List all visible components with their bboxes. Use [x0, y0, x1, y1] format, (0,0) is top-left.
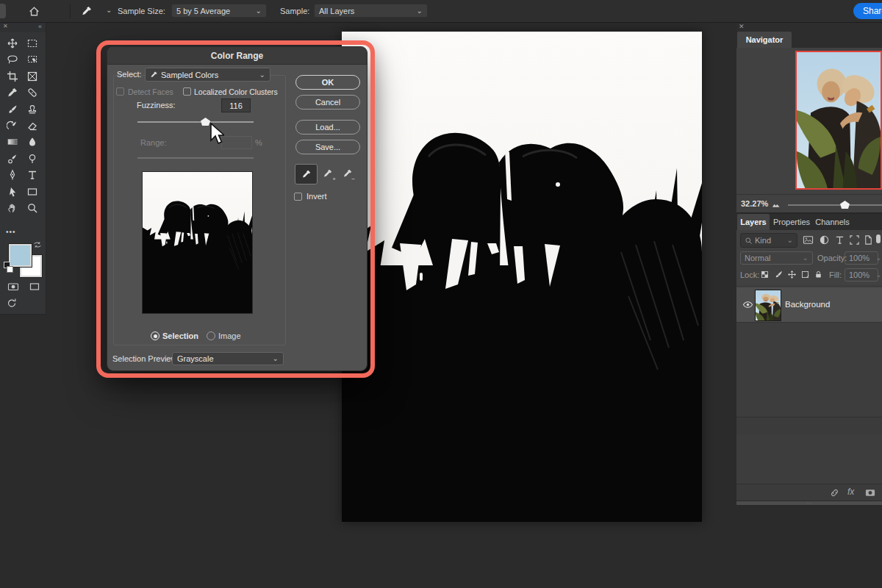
filter-image-icon[interactable]: [803, 234, 814, 245]
filter-toggle-pill[interactable]: [876, 234, 881, 243]
select-dropdown[interactable]: Sampled Colors ⌄: [145, 68, 270, 82]
eyedropper-tool-icon[interactable]: [81, 5, 93, 17]
link-layers-icon[interactable]: [829, 487, 840, 498]
layer-row-background[interactable]: Background: [736, 287, 882, 323]
layer-fx-icon[interactable]: fx: [847, 487, 854, 497]
dodge-tool[interactable]: [23, 151, 42, 167]
mixer-brush-tool[interactable]: [3, 151, 22, 167]
fuzziness-slider[interactable]: [137, 121, 254, 123]
add-sample-eyedropper-button[interactable]: +: [318, 164, 337, 183]
selection-radio-label[interactable]: Selection: [162, 331, 198, 340]
swap-colors-icon[interactable]: [32, 240, 43, 250]
eyedropper-tool[interactable]: [3, 85, 22, 101]
collapse-panel-icon[interactable]: «: [38, 23, 42, 30]
healing-brush-tool[interactable]: [23, 85, 42, 101]
ok-button[interactable]: OK: [295, 75, 360, 90]
fuzziness-label: Fuzziness:: [137, 101, 176, 110]
sample-select[interactable]: All Layers ⌄: [314, 4, 428, 18]
lock-position-icon[interactable]: [787, 270, 797, 279]
pen-tool[interactable]: [3, 167, 22, 183]
layer-thumbnail[interactable]: [755, 290, 781, 321]
layer-name[interactable]: Background: [785, 300, 830, 309]
invert-checkbox[interactable]: [294, 193, 302, 201]
color-range-dialog: Color Range Select: Sampled Colors ⌄ Det…: [107, 46, 368, 371]
default-colors-icon[interactable]: [4, 262, 13, 273]
rotate-view-icon[interactable]: [6, 297, 18, 309]
type-tool[interactable]: [23, 167, 42, 183]
screen-mode-icon[interactable]: [28, 281, 41, 293]
filter-shape-icon[interactable]: [849, 234, 860, 245]
filter-type-icon[interactable]: [834, 234, 845, 245]
close-panel-icon[interactable]: ✕: [739, 23, 745, 30]
add-mask-icon[interactable]: [864, 487, 876, 498]
home-icon[interactable]: [28, 5, 40, 18]
filter-adjustment-icon[interactable]: [819, 234, 830, 245]
share-button[interactable]: Share: [853, 3, 882, 19]
share-button-label: Share: [863, 6, 882, 16]
properties-tab-label: Properties: [773, 218, 810, 226]
navigator-thumbnail[interactable]: [795, 51, 882, 190]
sample-size-select[interactable]: 5 by 5 Average ⌄: [171, 4, 267, 18]
clone-stamp-tool[interactable]: [23, 101, 42, 118]
history-brush-tool[interactable]: [3, 118, 22, 134]
lock-artboard-icon[interactable]: [800, 270, 810, 279]
save-button[interactable]: Save...: [295, 140, 360, 154]
brush-tool[interactable]: [3, 101, 22, 118]
dialog-titlebar[interactable]: Color Range: [107, 47, 367, 65]
tab-navigator[interactable]: Navigator: [737, 32, 792, 48]
lasso-tool[interactable]: [3, 51, 22, 68]
fill-select[interactable]: 100% ⌄: [845, 268, 878, 282]
lock-transparency-icon[interactable]: [760, 270, 770, 279]
panel-resize-grip[interactable]: ⋯: [736, 501, 882, 505]
crop-tool[interactable]: [3, 68, 22, 85]
tab-layers[interactable]: Layers: [737, 214, 770, 230]
opacity-select[interactable]: 100% ⌄: [845, 251, 878, 265]
sample-eyedropper-button[interactable]: [295, 164, 318, 184]
kind-label: Kind: [755, 236, 771, 245]
navigator-zoom-slider-thumb[interactable]: [840, 201, 850, 209]
localized-clusters-checkbox[interactable]: [183, 87, 191, 96]
tab-channels[interactable]: Channels: [813, 214, 852, 230]
eraser-tool[interactable]: [23, 118, 42, 134]
object-selection-tool[interactable]: [23, 51, 42, 68]
blend-mode-select[interactable]: Normal ⌄: [740, 251, 813, 265]
navigator-zoom-slider[interactable]: [788, 204, 882, 206]
image-radio[interactable]: [207, 331, 215, 340]
zoom-out-mountain-icon[interactable]: [772, 200, 781, 209]
marquee-tool[interactable]: [23, 35, 42, 51]
cancel-button[interactable]: Cancel: [295, 95, 360, 110]
tool-preset-chevron-icon[interactable]: ⌄: [106, 7, 112, 14]
layer-list: Background: [736, 285, 882, 484]
blur-tool[interactable]: [23, 134, 42, 150]
layer-filter-select[interactable]: Kind ⌄: [740, 233, 797, 248]
chevron-down-icon: ⌄: [273, 355, 279, 362]
load-button[interactable]: Load...: [295, 120, 360, 135]
sample-size-label: Sample Size:: [118, 7, 165, 15]
options-divider: [70, 4, 71, 18]
zoom-tool[interactable]: [23, 200, 42, 216]
image-radio-label[interactable]: Image: [218, 331, 241, 340]
selection-preview-select[interactable]: Grayscale ⌄: [172, 352, 284, 365]
navigator-zoom-value[interactable]: 32.27%: [741, 199, 768, 208]
move-tool[interactable]: [3, 35, 22, 51]
lock-all-icon[interactable]: [814, 270, 823, 279]
quick-mask-icon[interactable]: [7, 281, 20, 293]
layer-visibility-eye-icon[interactable]: [742, 299, 753, 310]
close-panel-icon[interactable]: ✕: [3, 23, 8, 29]
path-selection-tool[interactable]: [3, 184, 22, 200]
tab-properties[interactable]: Properties: [770, 214, 813, 230]
frame-tool[interactable]: [23, 68, 42, 85]
filter-smart-object-icon[interactable]: [863, 234, 874, 245]
rectangle-tool[interactable]: [23, 184, 42, 200]
subtract-sample-eyedropper-button[interactable]: −: [338, 164, 357, 183]
more-tools-ellipsis-icon[interactable]: •••: [6, 228, 16, 236]
selection-radio[interactable]: [151, 331, 159, 340]
gradient-tool[interactable]: [3, 134, 22, 150]
chevron-down-icon: ⌄: [803, 254, 808, 262]
lock-paint-icon[interactable]: [774, 270, 784, 279]
save-button-label: Save...: [315, 143, 340, 151]
plus-glyph: +: [332, 176, 336, 182]
document-canvas[interactable]: [342, 32, 702, 522]
fuzziness-input[interactable]: 116: [221, 98, 251, 112]
hand-tool[interactable]: [3, 200, 22, 216]
